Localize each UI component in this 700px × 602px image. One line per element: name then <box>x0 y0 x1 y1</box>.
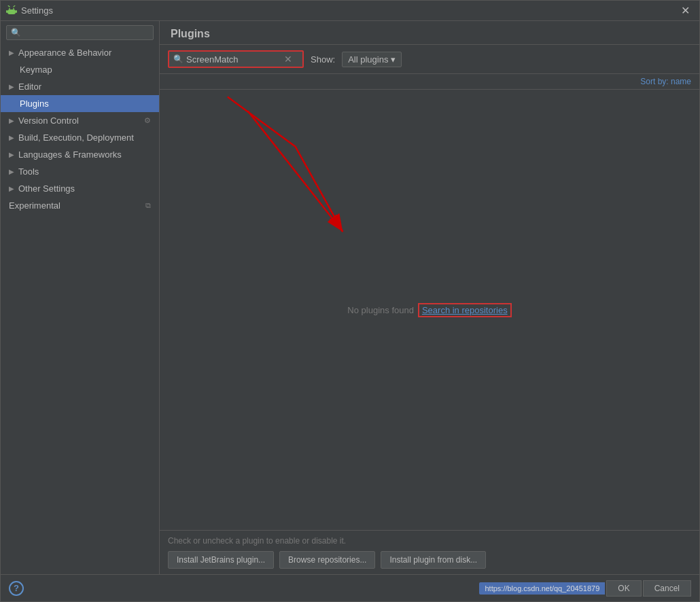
browse-repositories-button[interactable]: Browse repositories... <box>279 551 375 569</box>
ok-button[interactable]: OK <box>606 580 641 597</box>
sidebar-item-plugins[interactable]: Plugins <box>1 95 159 112</box>
search-icon: 🔍 <box>173 54 183 64</box>
svg-line-5 <box>8 5 10 7</box>
plugins-area: No plugins found Search in repositories <box>160 90 699 530</box>
settings-icon: ⚙ <box>144 116 151 125</box>
svg-line-6 <box>14 5 15 7</box>
footer-buttons: Install JetBrains plugin... Browse repos… <box>168 551 691 569</box>
sidebar-label: Tools <box>18 166 39 177</box>
sidebar-item-version-control[interactable]: ▶ Version Control ⚙ <box>1 112 159 129</box>
svg-rect-4 <box>16 10 17 13</box>
sidebar-item-languages-frameworks[interactable]: ▶ Languages & Frameworks <box>1 146 159 163</box>
sidebar-item-experimental[interactable]: Experimental ⧉ <box>1 197 159 214</box>
expand-arrow: ▶ <box>9 151 14 158</box>
plugins-toolbar: 🔍 ✕ Show: All plugins ▾ <box>160 45 699 74</box>
install-from-disk-button[interactable]: Install plugin from disk... <box>381 551 486 569</box>
plugin-search-box[interactable]: 🔍 ✕ <box>168 50 304 68</box>
svg-point-0 <box>9 8 10 10</box>
sidebar: 🔍 ▶ Appearance & Behavior Keymap ▶ Edito… <box>1 21 160 574</box>
external-icon: ⧉ <box>145 201 151 210</box>
sidebar-label: Version Control <box>18 116 79 126</box>
expand-arrow: ▶ <box>9 49 14 56</box>
sort-label[interactable]: Sort by: name <box>640 77 691 86</box>
svg-rect-2 <box>7 10 16 14</box>
cancel-button[interactable]: Cancel <box>643 580 691 597</box>
help-button[interactable]: ? <box>9 581 24 596</box>
sidebar-item-appearance-behavior[interactable]: ▶ Appearance & Behavior <box>1 44 159 61</box>
android-icon <box>6 5 17 16</box>
sidebar-label: Plugins <box>20 99 49 109</box>
footer: Check or uncheck a plugin to enable or d… <box>160 530 699 574</box>
plugins-content: No plugins found Search in repositories <box>160 90 699 530</box>
sidebar-item-editor[interactable]: ▶ Editor <box>1 78 159 95</box>
sidebar-label: Other Settings <box>18 183 75 194</box>
sidebar-label: Appearance & Behavior <box>18 48 111 58</box>
sidebar-label: Keymap <box>20 65 52 75</box>
title-bar: Settings ✕ <box>1 1 699 21</box>
bottom-bar: ? https://blog.csdn.net/qq_20451879 OK C… <box>1 574 699 601</box>
bottom-right: https://blog.csdn.net/qq_20451879 OK Can… <box>479 580 691 597</box>
chevron-down-icon: ▾ <box>391 54 396 65</box>
settings-window: Settings ✕ 🔍 ▶ Appearance & Behavior Key… <box>0 0 700 602</box>
sidebar-label: Build, Execution, Deployment <box>18 132 134 143</box>
content-area: 🔍 ▶ Appearance & Behavior Keymap ▶ Edito… <box>1 21 699 574</box>
clear-search-button[interactable]: ✕ <box>284 54 292 65</box>
sidebar-label: Languages & Frameworks <box>18 149 122 160</box>
sidebar-item-keymap[interactable]: Keymap <box>1 61 159 78</box>
show-label: Show: <box>311 54 335 65</box>
expand-arrow: ▶ <box>9 134 14 141</box>
search-in-repositories-link[interactable]: Search in repositories <box>418 303 512 317</box>
sidebar-item-tools[interactable]: ▶ Tools <box>1 163 159 180</box>
sidebar-label: Experimental <box>9 200 60 211</box>
url-bar: https://blog.csdn.net/qq_20451879 <box>479 582 605 595</box>
window-title: Settings <box>21 5 53 16</box>
sidebar-label: Editor <box>18 82 41 92</box>
install-jetbrains-button[interactable]: Install JetBrains plugin... <box>168 551 274 569</box>
title-bar-left: Settings <box>6 5 53 16</box>
footer-hint: Check or uncheck a plugin to enable or d… <box>168 536 691 546</box>
svg-rect-3 <box>6 10 7 13</box>
sort-bar: Sort by: name <box>160 74 699 90</box>
close-button[interactable]: ✕ <box>677 3 694 18</box>
sidebar-item-other-settings[interactable]: ▶ Other Settings <box>1 180 159 197</box>
expand-arrow: ▶ <box>9 185 14 192</box>
expand-arrow: ▶ <box>9 117 14 124</box>
main-title: Plugins <box>160 21 699 45</box>
expand-arrow: ▶ <box>9 83 14 90</box>
no-plugins-message: No plugins found Search in repositories <box>347 303 511 317</box>
svg-point-1 <box>13 8 14 10</box>
main-panel: Plugins 🔍 ✕ Show: All plugins ▾ Sort by:… <box>160 21 699 574</box>
plugin-search-input[interactable] <box>186 54 281 65</box>
sidebar-search[interactable]: 🔍 <box>6 25 154 40</box>
search-icon: 🔍 <box>11 28 21 37</box>
sidebar-search-input[interactable] <box>24 28 149 37</box>
no-plugins-text: No plugins found <box>347 305 414 315</box>
expand-arrow: ▶ <box>9 168 14 175</box>
show-dropdown-value: All plugins <box>348 54 388 65</box>
show-dropdown[interactable]: All plugins ▾ <box>342 52 402 67</box>
sidebar-item-build-execution[interactable]: ▶ Build, Execution, Deployment <box>1 129 159 146</box>
